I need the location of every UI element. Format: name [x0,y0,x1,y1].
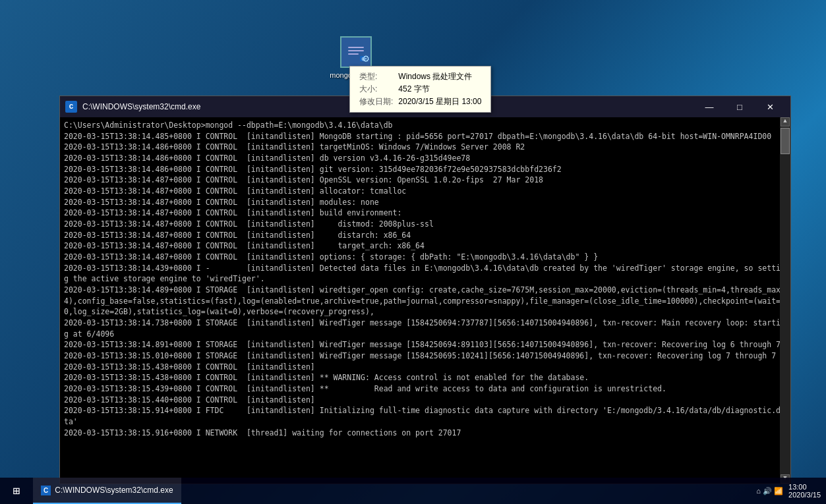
window-controls: — □ ✕ [694,96,785,117]
tray-time: 13:002020/3/15 [788,483,821,499]
svg-rect-1 [348,47,364,48]
console-output[interactable]: C:\Users\Administrator\Desktop>mongod --… [60,117,790,484]
taskbar-cmd-icon: C [41,486,51,495]
scroll-up-arrow[interactable]: ▲ [781,117,790,126]
maximize-button[interactable]: □ [724,96,755,117]
cmd-icon: C [65,101,77,113]
svg-text:⚙: ⚙ [361,57,365,62]
scroll-thumb[interactable] [781,128,790,154]
mongodb-icon: ⚙ [340,36,372,68]
tray-icons: ⌂ 🔊 📶 [756,487,783,495]
taskbar: ⊞ C C:\WINDOWS\system32\cmd.exe ⌂ 🔊 📶 13… [0,478,826,504]
taskbar-cmd-label: C:\WINDOWS\system32\cmd.exe [55,486,173,495]
console-text: C:\Users\Administrator\Desktop>mongod --… [64,120,786,438]
scrollbar[interactable]: ▲ ▼ [780,117,790,484]
tooltip-type-label: 类型: [357,70,396,83]
close-button[interactable]: ✕ [755,96,785,117]
tooltip-modified-value: 2020/3/15 星期日 13:00 [396,96,484,108]
start-button[interactable]: ⊞ [0,478,33,504]
tooltip-modified-label: 修改日期: [357,96,396,108]
svg-rect-2 [348,50,364,51]
tooltip-size-value: 452 字节 [396,83,484,96]
taskbar-cmd-item[interactable]: C C:\WINDOWS\system32\cmd.exe [33,478,181,504]
svg-rect-3 [348,53,359,55]
system-tray: ⌂ 🔊 📶 13:002020/3/15 [756,483,826,499]
file-tooltip: 类型: Windows 批处理文件 大小: 452 字节 修改日期: 2020/… [349,66,491,113]
start-icon: ⊞ [13,484,20,498]
svg-rect-0 [345,42,367,63]
tooltip-type-value: Windows 批处理文件 [396,70,484,83]
minimize-button[interactable]: — [694,96,724,117]
desktop: ⚙ mongodb_rver... 类型: Windows 批处理文件 大小: … [0,0,826,504]
cmd-window: C C:\WINDOWS\system32\cmd.exe — □ ✕ C:\U… [59,96,791,484]
tooltip-size-label: 大小: [357,83,396,96]
